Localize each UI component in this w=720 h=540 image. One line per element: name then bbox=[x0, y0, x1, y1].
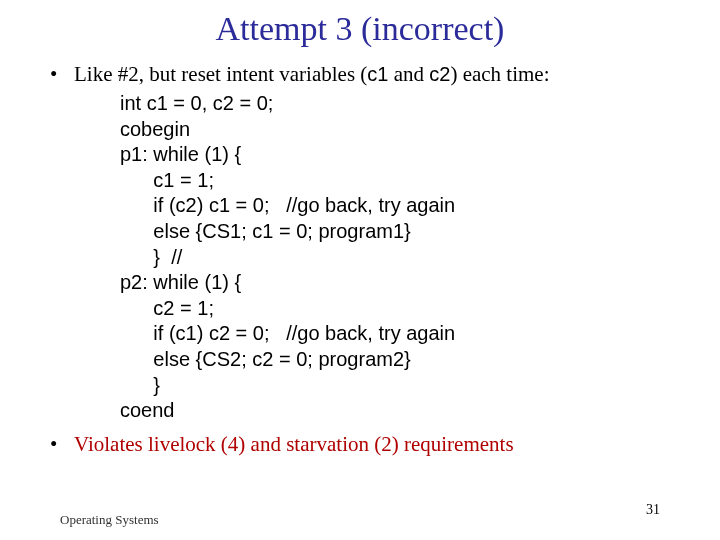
page-number: 31 bbox=[646, 502, 660, 518]
bullet-1: • Like #2, but reset intent variables (c… bbox=[50, 62, 680, 87]
bullet-2: • Violates livelock (4) and starvation (… bbox=[50, 432, 680, 457]
code-line-0: int c1 = 0, c2 = 0; bbox=[120, 92, 273, 114]
bullet-1-text: Like #2, but reset intent variables (c1 … bbox=[74, 62, 680, 87]
code-line-11: } bbox=[120, 374, 160, 396]
bullet-1-post: ) each time: bbox=[450, 62, 549, 86]
slide: Attempt 3 (incorrect) • Like #2, but res… bbox=[0, 0, 720, 540]
code-line-9: if (c1) c2 = 0; //go back, try again bbox=[120, 322, 455, 344]
var-c2: c2 bbox=[429, 63, 450, 85]
code-line-3: c1 = 1; bbox=[120, 169, 214, 191]
var-c1: c1 bbox=[367, 63, 388, 85]
code-line-8: c2 = 1; bbox=[120, 297, 214, 319]
code-line-5: else {CS1; c1 = 0; program1} bbox=[120, 220, 411, 242]
bullet-2-text: Violates livelock (4) and starvation (2)… bbox=[74, 432, 680, 457]
code-line-7: p2: while (1) { bbox=[120, 271, 241, 293]
slide-title: Attempt 3 (incorrect) bbox=[40, 10, 680, 48]
bullet-dot: • bbox=[50, 432, 74, 457]
bullet-dot: • bbox=[50, 62, 74, 87]
bullet-1-pre: Like #2, but reset intent variables ( bbox=[74, 62, 367, 86]
code-line-6: } // bbox=[120, 246, 182, 268]
code-line-4: if (c2) c1 = 0; //go back, try again bbox=[120, 194, 455, 216]
code-line-12: coend bbox=[120, 399, 175, 421]
bullet-1-mid: and bbox=[388, 62, 429, 86]
code-line-2: p1: while (1) { bbox=[120, 143, 241, 165]
code-line-1: cobegin bbox=[120, 118, 190, 140]
code-line-10: else {CS2; c2 = 0; program2} bbox=[120, 348, 411, 370]
code-block: int c1 = 0, c2 = 0; cobegin p1: while (1… bbox=[120, 91, 680, 424]
footer-text: Operating Systems bbox=[60, 512, 159, 528]
